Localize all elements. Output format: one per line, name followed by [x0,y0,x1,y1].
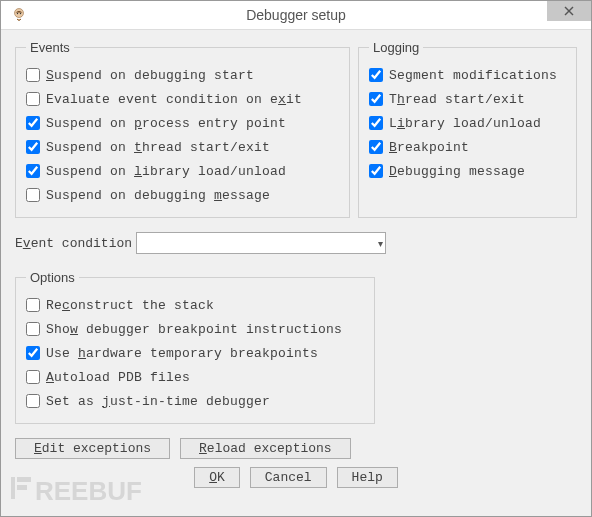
logging-label[interactable]: Segment modifications [389,68,557,83]
events-label[interactable]: Evaluate event condition on exit [46,92,302,107]
options-label[interactable]: Autoload PDB files [46,370,190,385]
options-item: Set as just-in-time debugger [26,389,364,413]
close-icon [564,6,574,16]
events-label[interactable]: Suspend on debugging message [46,188,270,203]
events-checkbox-1[interactable] [26,92,40,106]
events-checkbox-3[interactable] [26,140,40,154]
options-checkbox-1[interactable] [26,322,40,336]
options-checkbox-0[interactable] [26,298,40,312]
logging-item: Debugging message [369,159,566,183]
options-item: Reconstruct the stack [26,293,364,317]
dialog-window: Debugger setup Events Suspend on debuggi… [0,0,592,517]
svg-point-0 [15,9,24,18]
logging-legend: Logging [369,40,423,55]
options-checkbox-2[interactable] [26,346,40,360]
events-checkbox-4[interactable] [26,164,40,178]
logging-group: Logging Segment modificationsThread star… [358,40,577,218]
events-item: Suspend on process entry point [26,111,339,135]
help-button[interactable]: Help [337,467,398,488]
options-item: Show debugger breakpoint instructions [26,317,364,341]
event-condition-label: Event condition [15,236,132,251]
window-title: Debugger setup [1,7,591,23]
app-icon [9,5,29,25]
events-checkbox-2[interactable] [26,116,40,130]
options-group: Options Reconstruct the stackShow debugg… [15,270,375,424]
svg-point-1 [17,13,18,14]
options-label[interactable]: Use hardware temporary breakpoints [46,346,318,361]
options-label[interactable]: Set as just-in-time debugger [46,394,270,409]
chevron-down-icon: ▾ [378,238,383,249]
options-label[interactable]: Show debugger breakpoint instructions [46,322,342,337]
events-checkbox-5[interactable] [26,188,40,202]
ok-button[interactable]: OK [194,467,240,488]
logging-label[interactable]: Library load/unload [389,116,541,131]
events-item: Suspend on thread start/exit [26,135,339,159]
options-legend: Options [26,270,79,285]
logging-checkbox-4[interactable] [369,164,383,178]
logging-item: Thread start/exit [369,87,566,111]
dialog-button-row: OK Cancel Help [15,467,577,488]
events-legend: Events [26,40,74,55]
edit-exceptions-button[interactable]: Edit exceptions [15,438,170,459]
options-item: Use hardware temporary breakpoints [26,341,364,365]
events-label[interactable]: Suspend on process entry point [46,116,286,131]
events-item: Evaluate event condition on exit [26,87,339,111]
options-label[interactable]: Reconstruct the stack [46,298,214,313]
event-condition-combo[interactable]: ▾ [136,232,386,254]
events-label[interactable]: Suspend on debugging start [46,68,254,83]
logging-label[interactable]: Breakpoint [389,140,469,155]
logging-item: Library load/unload [369,111,566,135]
exception-button-row: Edit exceptions Reload exceptions [15,438,577,459]
logging-checkbox-2[interactable] [369,116,383,130]
options-item: Autoload PDB files [26,365,364,389]
close-button[interactable] [547,1,591,21]
events-label[interactable]: Suspend on library load/unload [46,164,286,179]
logging-label[interactable]: Debugging message [389,164,525,179]
titlebar: Debugger setup [1,1,591,30]
logging-label[interactable]: Thread start/exit [389,92,525,107]
svg-point-2 [20,13,21,14]
options-checkbox-3[interactable] [26,370,40,384]
cancel-button[interactable]: Cancel [250,467,327,488]
logging-checkbox-1[interactable] [369,92,383,106]
events-label[interactable]: Suspend on thread start/exit [46,140,270,155]
events-item: Suspend on debugging start [26,63,339,87]
events-checkbox-0[interactable] [26,68,40,82]
logging-item: Breakpoint [369,135,566,159]
logging-checkbox-3[interactable] [369,140,383,154]
events-item: Suspend on debugging message [26,183,339,207]
logging-checkbox-0[interactable] [369,68,383,82]
options-checkbox-4[interactable] [26,394,40,408]
dialog-body: Events Suspend on debugging startEvaluat… [1,30,591,516]
logging-item: Segment modifications [369,63,566,87]
reload-exceptions-button[interactable]: Reload exceptions [180,438,351,459]
event-condition-row: Event condition ▾ [15,232,577,254]
events-group: Events Suspend on debugging startEvaluat… [15,40,350,218]
events-item: Suspend on library load/unload [26,159,339,183]
